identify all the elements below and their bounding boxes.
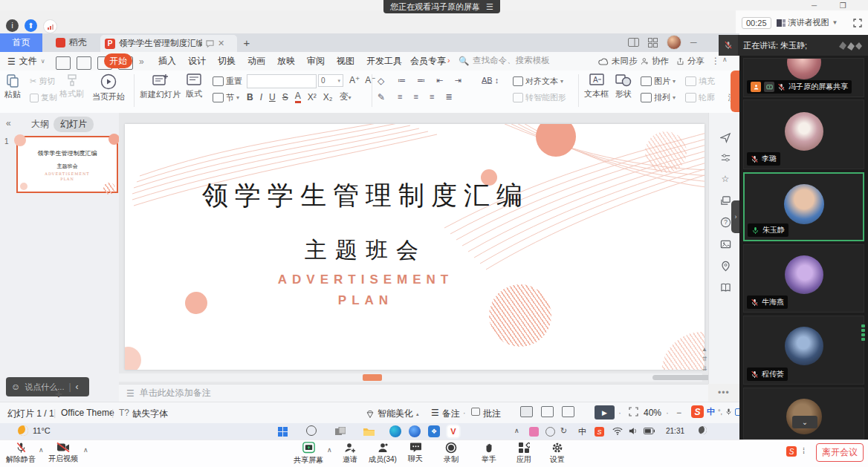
underline-button[interactable]: U [269, 92, 276, 102]
help-icon[interactable]: ? [719, 215, 732, 229]
share-screen-button[interactable]: 共享屏幕 [291, 442, 326, 466]
send-icon[interactable] [719, 131, 732, 144]
clock[interactable]: 21:31 [666, 428, 684, 435]
menu-design[interactable]: 设计 [188, 55, 206, 68]
list-buttons[interactable]: ≔ ≕ ⇤ ⇥ [398, 76, 466, 85]
night-mode-icon[interactable] [699, 426, 707, 434]
ime-cn-icon[interactable]: 中 [707, 406, 715, 417]
font-size-input[interactable]: 0▾ [318, 74, 343, 87]
superscript-button[interactable]: X² [308, 92, 317, 102]
ime-mic-icon[interactable] [725, 408, 732, 416]
paste-button[interactable]: 粘贴 [4, 74, 21, 100]
participant-tile-partial[interactable] [743, 388, 864, 440]
zoom-out-button[interactable]: − [676, 408, 681, 418]
wifi-icon[interactable] [612, 427, 623, 435]
menu-slideshow[interactable]: 放映 [277, 55, 295, 68]
tab-docer[interactable]: 稻壳 [42, 33, 100, 52]
normal-view-icon[interactable] [520, 406, 533, 417]
char-effects-button[interactable]: 变▾ [339, 91, 351, 103]
clear-format-icon[interactable]: ◇ [378, 76, 384, 86]
grid-apps-icon[interactable] [648, 38, 658, 48]
export-image-icon[interactable] [719, 238, 732, 251]
duplicate-slides-icon[interactable] [719, 194, 732, 207]
tray-sync-icon[interactable]: ↻ [560, 426, 567, 436]
meeting-chat-bubble[interactable]: ☺ 说点什么... | ‹ [6, 377, 89, 396]
reset-button[interactable]: 重置 [213, 76, 242, 87]
bold-button[interactable]: B [247, 92, 253, 102]
raise-hand-button[interactable]: 举手 [472, 442, 506, 465]
file-explorer-icon[interactable] [363, 425, 375, 437]
tray-ime-icon[interactable]: 中 [578, 426, 586, 437]
invite-button[interactable]: 邀请 [333, 442, 367, 465]
align-buttons[interactable]: ≡ ≡ ≡ ≣ [398, 92, 457, 102]
slideshow-play-button[interactable]: ▶ [595, 405, 615, 419]
app-icon[interactable]: ❖ [428, 425, 440, 437]
comment-icon[interactable] [206, 40, 214, 48]
tab-outline[interactable]: 大纲 [31, 118, 49, 131]
slide-en-line1[interactable]: ADVERTISEMENT [125, 272, 705, 287]
strikethrough-button[interactable]: S [282, 92, 288, 102]
new-slide-button[interactable]: 新建幻灯片 [140, 74, 181, 100]
menu-view[interactable]: 视图 [337, 55, 354, 68]
voov-meeting-icon[interactable]: V [447, 425, 459, 437]
copy-button[interactable]: 复制 [30, 92, 57, 103]
view-mode-selector[interactable]: 演讲者视图 ▼ [777, 17, 838, 28]
fill-button[interactable]: 填充 [685, 76, 715, 87]
notes-bar[interactable]: ☰ 单击此处添加备注 [119, 384, 708, 402]
format-painter-button[interactable]: 格式刷 [59, 74, 84, 99]
task-view-icon[interactable] [334, 425, 346, 437]
participant-tile[interactable]: 李璐 [743, 99, 864, 169]
subscript-button[interactable]: X₂ [323, 92, 333, 102]
horizontal-scrollbar[interactable] [119, 373, 702, 382]
collapse-ribbon-icon[interactable]: ∧ [722, 56, 728, 63]
record-button[interactable]: 录制 [434, 442, 468, 465]
ime-punct-icon[interactable]: °, [718, 408, 722, 416]
emoji-icon[interactable]: ☺ [11, 382, 20, 392]
outline-button[interactable]: 轮廓 [685, 92, 715, 103]
edge-browser-icon[interactable] [389, 425, 401, 437]
slide-canvas[interactable]: 领学学生管理制度汇编 主题班会 ADVERTISEMENT PLAN [125, 124, 705, 370]
leave-meeting-button[interactable]: 离开会议 [816, 443, 864, 462]
present-side-button[interactable] [731, 71, 739, 112]
apps-button[interactable]: 应用 [507, 442, 541, 465]
menu-overflow-arrow[interactable]: › [447, 56, 450, 65]
start-video-button[interactable]: 开启视频 [46, 442, 80, 464]
comments-toggle[interactable]: 批注 [471, 408, 501, 420]
location-pin-icon[interactable] [719, 259, 732, 272]
mic-options-chevron[interactable]: ∧ [39, 446, 44, 454]
settings-button[interactable]: 设置 [540, 442, 574, 465]
hscroll-thumb[interactable] [652, 375, 715, 380]
cut-button[interactable]: ✂剪切 [30, 76, 55, 87]
more-menu-icon[interactable]: ⋮ [711, 56, 720, 66]
windows-start-button[interactable] [276, 425, 288, 437]
slide-thumbnail[interactable]: 领学学生管理制度汇编 主题班会 ADVERTISEMENT PLAN [16, 136, 118, 193]
chat-collapse-icon[interactable]: ‹ [76, 382, 79, 392]
missing-font-label[interactable]: 缺失字体 [132, 408, 168, 420]
layout-button[interactable]: 版式 [186, 74, 202, 99]
increase-font-icon[interactable]: A⁺ [349, 75, 360, 85]
menu-insert[interactable]: 插入 [158, 55, 176, 68]
highlight-icon[interactable]: ✎ [378, 92, 385, 102]
picture-button[interactable]: 图片▾ [641, 76, 676, 87]
command-search[interactable]: 🔍 查找命令、搜索模板 [459, 55, 550, 66]
banner-menu-icon[interactable]: ☰ [486, 2, 493, 12]
menu-animation[interactable]: 动画 [247, 55, 265, 68]
collaborate-button[interactable]: 协作 [641, 56, 669, 67]
participants-more-button[interactable]: ⌄ [792, 416, 817, 428]
minimize-window-icon[interactable]: ─ [690, 37, 697, 48]
save-icon[interactable] [56, 56, 71, 70]
participant-tile[interactable]: 程传荟 [743, 316, 864, 385]
textbox-button[interactable]: A 文本框 [584, 74, 609, 99]
meetingbar-more-icon[interactable]: ⁞ [803, 446, 805, 455]
italic-button[interactable]: I [260, 92, 262, 102]
section-button[interactable]: 节▾ [213, 92, 239, 103]
arrange-button[interactable]: 排列▾ [641, 92, 676, 103]
share-button[interactable]: 分享 [676, 56, 705, 67]
info-icon[interactable]: i [6, 19, 19, 32]
shield-upload-icon[interactable]: ⬆ [25, 19, 37, 32]
line-spacing-buttons[interactable]: A̲B̲ ↕ [482, 76, 499, 85]
theme-name[interactable]: Office Theme [61, 408, 114, 418]
fit-zoom-icon[interactable] [629, 407, 638, 417]
participant-tile-speaking[interactable]: 朱玉静 [743, 172, 864, 241]
sorter-view-icon[interactable] [541, 406, 554, 417]
